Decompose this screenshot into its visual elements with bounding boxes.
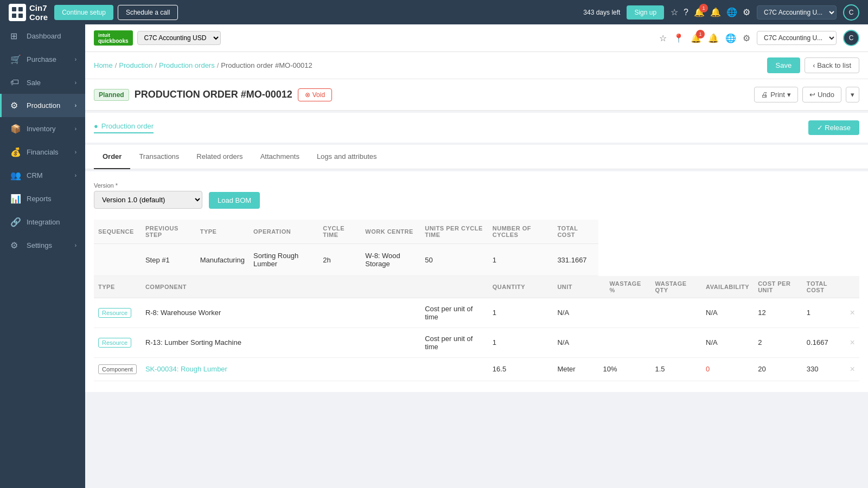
help-icon[interactable]: ? [684,8,688,17]
delete-icon-1[interactable]: × [850,308,855,317]
delete-icon-2[interactable]: × [850,338,855,347]
delete-icon-3[interactable]: × [850,364,855,374]
bom-table: SEQUENCE PREVIOUS STEP TYPE OPERATION CY… [94,220,859,381]
star-icon[interactable]: ☆ [671,7,678,17]
content-area: Version * Version 1.0 (default) Load BOM… [85,171,868,392]
page-title: PRODUCTION ORDER #MO-00012 [135,89,292,100]
schedule-call-button[interactable]: Schedule a call [118,5,178,20]
globe2-icon[interactable]: 🌐 [725,33,736,43]
signup-button[interactable]: Sign up [627,5,664,20]
th-sequence: SEQUENCE [94,220,141,244]
continue-setup-button[interactable]: Continue setup [54,5,113,20]
sidebar-item-inventory[interactable]: 📦 Inventory › [0,117,85,140]
breadcrumb-production[interactable]: Production [119,61,152,69]
void-button[interactable]: ⊗ Void [298,88,332,101]
sidebar-item-sale[interactable]: 🏷 Sale › [0,71,85,94]
tabs: Order Transactions Related orders Attach… [94,145,859,169]
quickbooks-account-select[interactable]: C7C Accounting USD [137,31,221,45]
notification-icon[interactable]: 🔔 1 [694,7,705,17]
breadcrumb-actions: Save ‹ Back to list [767,57,859,73]
bom-table-element: SEQUENCE PREVIOUS STEP TYPE OPERATION CY… [94,220,859,381]
print-button[interactable]: 🖨 Print ▾ [754,87,798,102]
sidebar-item-settings[interactable]: ⚙ Settings › [0,234,85,257]
tab-order[interactable]: Order [94,145,130,169]
svg-rect-0 [12,7,16,11]
row1-qty-label: Cost per unit of time [420,298,488,328]
component-link[interactable]: SK-00034: Rough Lumber [145,365,227,373]
breadcrumb-production-orders[interactable]: Production orders [159,61,215,69]
row2-total-cost: 0.1667 [802,328,846,357]
header-row: SEQUENCE PREVIOUS STEP TYPE OPERATION CY… [94,220,859,244]
avatar2[interactable]: C [843,30,859,46]
bell2-icon[interactable]: 🔔 [708,33,719,43]
row2-delete[interactable]: × [846,328,859,357]
breadcrumb-sep3: / [217,61,219,69]
badge-resource-2: Resource [98,338,131,348]
sub-th-cost-per-unit: COST PER UNIT [754,276,802,298]
reports-icon: 📊 [10,194,21,204]
bell-icon[interactable]: 🔔 [710,7,721,17]
step-type: Manufacturing [196,244,249,276]
table-row: Resource R-13: Lumber Sorting Machine Co… [94,328,859,357]
sidebar-item-integration[interactable]: 🔗 Integration [0,210,85,234]
production-order-tab[interactable]: ● Production order [94,122,154,133]
row3-wastage-pct: 10% [598,357,650,381]
top-bar-left: Cin7Core Continue setup Schedule a call [9,3,178,22]
breadcrumb-home[interactable]: Home [94,61,113,69]
row2-quantity: 1 [488,328,553,357]
settings-icon[interactable]: ⚙ [743,7,750,17]
sidebar-label-reports: Reports [27,195,76,203]
location-icon[interactable]: 📍 [673,33,684,43]
page-actions: 🖨 Print ▾ ↩ Undo ▾ [754,87,859,102]
row2-cost-per-unit: 2 [754,328,802,357]
settings2-icon[interactable]: ⚙ [743,33,750,43]
account-selector[interactable]: C7C Accounting U... [757,5,837,20]
tab-transactions[interactable]: Transactions [130,145,188,169]
notification2-icon[interactable]: 🔔 1 [691,33,701,43]
sidebar-item-dashboard[interactable]: ⊞ Dashboard [0,24,85,48]
sub-header-row: TYPE COMPONENT QUANTITY UNIT WASTAGE % W… [94,276,859,298]
svg-rect-2 [12,14,16,18]
step-work-centre: W-8: Wood Storage [361,244,420,276]
sidebar-label-purchase: Purchase [27,55,69,63]
breadcrumb: Home / Production / Production orders / … [94,61,312,69]
save-button[interactable]: Save [767,57,801,73]
checkmark-icon: ✓ [817,124,825,132]
favorite-icon[interactable]: ☆ [659,33,667,43]
version-select[interactable]: Version 1.0 (default) [94,191,202,209]
release-button[interactable]: ✓ Release [808,120,859,135]
top-bar-buttons: Continue setup Schedule a call [54,5,178,20]
sidebar-item-reports[interactable]: 📊 Reports [0,187,85,210]
row1-wastage-qty [650,298,701,328]
circle-icon: ● [94,122,98,130]
undo-button[interactable]: ↩ Undo [802,87,841,102]
crm-arrow-icon: › [75,172,76,178]
sidebar-item-financials[interactable]: 💰 Financials › [0,140,85,164]
avatar[interactable]: C [843,4,859,21]
financials-icon: 💰 [10,147,21,157]
row1-quantity: 1 [488,298,553,328]
row1-cost-per-unit: 12 [754,298,802,328]
sidebar-item-crm[interactable]: 👥 CRM › [0,164,85,187]
tab-related-orders[interactable]: Related orders [188,145,251,169]
row3-unit: Meter [553,357,598,381]
sub-th-total-cost: TOTAL COST [802,276,846,298]
notification-badge: 1 [699,4,708,12]
more-options-button[interactable]: ▾ [846,87,859,102]
back-to-list-button[interactable]: ‹ Back to list [805,57,859,73]
row2-type: Resource [94,328,141,357]
tab-attachments[interactable]: Attachments [252,145,308,169]
globe-icon[interactable]: 🌐 [726,7,737,17]
breadcrumb-sep2: / [155,61,157,69]
svg-rect-3 [18,14,23,18]
row1-delete[interactable]: × [846,298,859,328]
sidebar-label-production: Production [27,101,69,110]
load-bom-button[interactable]: Load BOM [209,192,260,209]
crm-icon: 👥 [10,170,21,181]
account-selector2[interactable]: C7C Accounting U... [757,31,837,45]
row2-component: R-13: Lumber Sorting Machine [141,328,420,357]
tab-logs[interactable]: Logs and attributes [308,145,386,169]
sidebar-item-production[interactable]: ⚙ Production › [0,94,85,117]
row3-delete[interactable]: × [846,357,859,381]
sidebar-item-purchase[interactable]: 🛒 Purchase › [0,48,85,71]
